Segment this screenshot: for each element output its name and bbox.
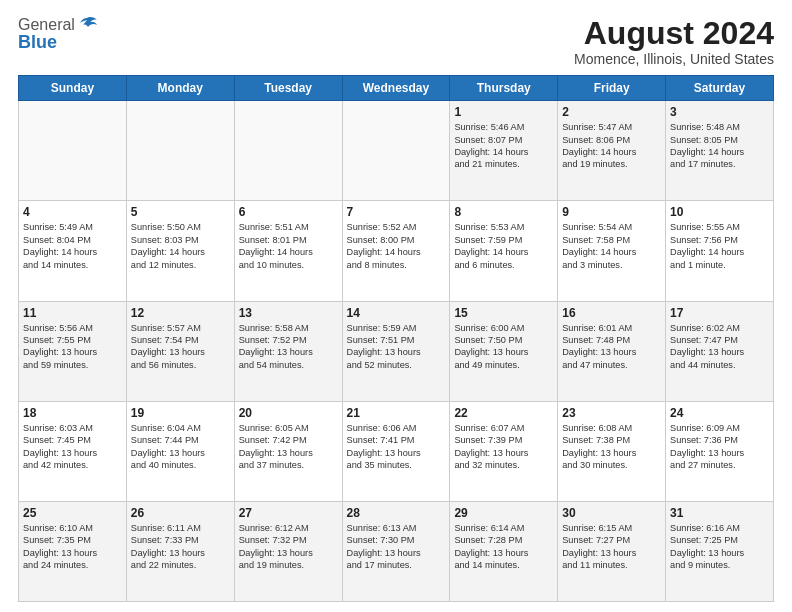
day-info: Sunrise: 6:02 AM Sunset: 7:47 PM Dayligh… — [670, 322, 769, 372]
title-area: August 2024 Momence, Illinois, United St… — [574, 16, 774, 67]
calendar-day-header: Thursday — [450, 76, 558, 101]
day-info: Sunrise: 5:58 AM Sunset: 7:52 PM Dayligh… — [239, 322, 338, 372]
table-row: 26Sunrise: 6:11 AM Sunset: 7:33 PM Dayli… — [126, 501, 234, 601]
table-row: 28Sunrise: 6:13 AM Sunset: 7:30 PM Dayli… — [342, 501, 450, 601]
table-row — [234, 101, 342, 201]
logo: General Blue — [18, 16, 97, 53]
table-row: 13Sunrise: 5:58 AM Sunset: 7:52 PM Dayli… — [234, 301, 342, 401]
day-number: 13 — [239, 306, 338, 320]
day-number: 8 — [454, 205, 553, 219]
page: General Blue August 2024 Momence, Illino… — [0, 0, 792, 612]
day-number: 16 — [562, 306, 661, 320]
day-number: 19 — [131, 406, 230, 420]
day-info: Sunrise: 6:09 AM Sunset: 7:36 PM Dayligh… — [670, 422, 769, 472]
table-row: 15Sunrise: 6:00 AM Sunset: 7:50 PM Dayli… — [450, 301, 558, 401]
calendar-day-header: Tuesday — [234, 76, 342, 101]
day-number: 1 — [454, 105, 553, 119]
table-row: 19Sunrise: 6:04 AM Sunset: 7:44 PM Dayli… — [126, 401, 234, 501]
calendar-title: August 2024 — [574, 16, 774, 51]
day-number: 4 — [23, 205, 122, 219]
day-info: Sunrise: 6:00 AM Sunset: 7:50 PM Dayligh… — [454, 322, 553, 372]
table-row: 7Sunrise: 5:52 AM Sunset: 8:00 PM Daylig… — [342, 201, 450, 301]
table-row: 9Sunrise: 5:54 AM Sunset: 7:58 PM Daylig… — [558, 201, 666, 301]
calendar-week-row: 18Sunrise: 6:03 AM Sunset: 7:45 PM Dayli… — [19, 401, 774, 501]
day-info: Sunrise: 5:52 AM Sunset: 8:00 PM Dayligh… — [347, 221, 446, 271]
day-info: Sunrise: 5:56 AM Sunset: 7:55 PM Dayligh… — [23, 322, 122, 372]
day-number: 30 — [562, 506, 661, 520]
calendar-day-header: Wednesday — [342, 76, 450, 101]
day-info: Sunrise: 6:16 AM Sunset: 7:25 PM Dayligh… — [670, 522, 769, 572]
table-row: 6Sunrise: 5:51 AM Sunset: 8:01 PM Daylig… — [234, 201, 342, 301]
calendar-table: SundayMondayTuesdayWednesdayThursdayFrid… — [18, 75, 774, 602]
day-number: 3 — [670, 105, 769, 119]
calendar-day-header: Sunday — [19, 76, 127, 101]
day-number: 10 — [670, 205, 769, 219]
day-info: Sunrise: 5:47 AM Sunset: 8:06 PM Dayligh… — [562, 121, 661, 171]
day-number: 2 — [562, 105, 661, 119]
day-number: 20 — [239, 406, 338, 420]
day-info: Sunrise: 5:48 AM Sunset: 8:05 PM Dayligh… — [670, 121, 769, 171]
day-info: Sunrise: 5:55 AM Sunset: 7:56 PM Dayligh… — [670, 221, 769, 271]
day-number: 9 — [562, 205, 661, 219]
calendar-week-row: 4Sunrise: 5:49 AM Sunset: 8:04 PM Daylig… — [19, 201, 774, 301]
table-row: 10Sunrise: 5:55 AM Sunset: 7:56 PM Dayli… — [666, 201, 774, 301]
table-row: 2Sunrise: 5:47 AM Sunset: 8:06 PM Daylig… — [558, 101, 666, 201]
day-number: 21 — [347, 406, 446, 420]
day-number: 25 — [23, 506, 122, 520]
day-number: 14 — [347, 306, 446, 320]
table-row: 14Sunrise: 5:59 AM Sunset: 7:51 PM Dayli… — [342, 301, 450, 401]
day-info: Sunrise: 5:49 AM Sunset: 8:04 PM Dayligh… — [23, 221, 122, 271]
day-info: Sunrise: 6:15 AM Sunset: 7:27 PM Dayligh… — [562, 522, 661, 572]
calendar-week-row: 25Sunrise: 6:10 AM Sunset: 7:35 PM Dayli… — [19, 501, 774, 601]
table-row: 22Sunrise: 6:07 AM Sunset: 7:39 PM Dayli… — [450, 401, 558, 501]
calendar-header-row: SundayMondayTuesdayWednesdayThursdayFrid… — [19, 76, 774, 101]
day-info: Sunrise: 6:07 AM Sunset: 7:39 PM Dayligh… — [454, 422, 553, 472]
day-info: Sunrise: 5:59 AM Sunset: 7:51 PM Dayligh… — [347, 322, 446, 372]
table-row: 1Sunrise: 5:46 AM Sunset: 8:07 PM Daylig… — [450, 101, 558, 201]
table-row — [126, 101, 234, 201]
table-row: 11Sunrise: 5:56 AM Sunset: 7:55 PM Dayli… — [19, 301, 127, 401]
table-row: 8Sunrise: 5:53 AM Sunset: 7:59 PM Daylig… — [450, 201, 558, 301]
calendar-week-row: 11Sunrise: 5:56 AM Sunset: 7:55 PM Dayli… — [19, 301, 774, 401]
day-info: Sunrise: 6:05 AM Sunset: 7:42 PM Dayligh… — [239, 422, 338, 472]
day-number: 15 — [454, 306, 553, 320]
calendar-subtitle: Momence, Illinois, United States — [574, 51, 774, 67]
table-row: 21Sunrise: 6:06 AM Sunset: 7:41 PM Dayli… — [342, 401, 450, 501]
day-info: Sunrise: 6:13 AM Sunset: 7:30 PM Dayligh… — [347, 522, 446, 572]
calendar-day-header: Friday — [558, 76, 666, 101]
calendar-day-header: Monday — [126, 76, 234, 101]
header: General Blue August 2024 Momence, Illino… — [18, 16, 774, 67]
table-row: 5Sunrise: 5:50 AM Sunset: 8:03 PM Daylig… — [126, 201, 234, 301]
day-info: Sunrise: 5:51 AM Sunset: 8:01 PM Dayligh… — [239, 221, 338, 271]
day-info: Sunrise: 5:50 AM Sunset: 8:03 PM Dayligh… — [131, 221, 230, 271]
day-number: 11 — [23, 306, 122, 320]
table-row — [342, 101, 450, 201]
day-number: 27 — [239, 506, 338, 520]
day-number: 7 — [347, 205, 446, 219]
day-number: 26 — [131, 506, 230, 520]
day-info: Sunrise: 6:12 AM Sunset: 7:32 PM Dayligh… — [239, 522, 338, 572]
calendar-day-header: Saturday — [666, 76, 774, 101]
day-info: Sunrise: 6:01 AM Sunset: 7:48 PM Dayligh… — [562, 322, 661, 372]
day-number: 12 — [131, 306, 230, 320]
table-row: 3Sunrise: 5:48 AM Sunset: 8:05 PM Daylig… — [666, 101, 774, 201]
day-info: Sunrise: 6:03 AM Sunset: 7:45 PM Dayligh… — [23, 422, 122, 472]
day-info: Sunrise: 5:54 AM Sunset: 7:58 PM Dayligh… — [562, 221, 661, 271]
day-info: Sunrise: 5:46 AM Sunset: 8:07 PM Dayligh… — [454, 121, 553, 171]
table-row: 16Sunrise: 6:01 AM Sunset: 7:48 PM Dayli… — [558, 301, 666, 401]
day-info: Sunrise: 5:57 AM Sunset: 7:54 PM Dayligh… — [131, 322, 230, 372]
table-row: 24Sunrise: 6:09 AM Sunset: 7:36 PM Dayli… — [666, 401, 774, 501]
table-row: 29Sunrise: 6:14 AM Sunset: 7:28 PM Dayli… — [450, 501, 558, 601]
calendar-week-row: 1Sunrise: 5:46 AM Sunset: 8:07 PM Daylig… — [19, 101, 774, 201]
day-info: Sunrise: 6:04 AM Sunset: 7:44 PM Dayligh… — [131, 422, 230, 472]
table-row: 18Sunrise: 6:03 AM Sunset: 7:45 PM Dayli… — [19, 401, 127, 501]
day-info: Sunrise: 6:14 AM Sunset: 7:28 PM Dayligh… — [454, 522, 553, 572]
table-row: 30Sunrise: 6:15 AM Sunset: 7:27 PM Dayli… — [558, 501, 666, 601]
logo-bird-icon — [77, 16, 97, 32]
table-row: 17Sunrise: 6:02 AM Sunset: 7:47 PM Dayli… — [666, 301, 774, 401]
day-number: 18 — [23, 406, 122, 420]
day-number: 28 — [347, 506, 446, 520]
table-row: 20Sunrise: 6:05 AM Sunset: 7:42 PM Dayli… — [234, 401, 342, 501]
day-info: Sunrise: 5:53 AM Sunset: 7:59 PM Dayligh… — [454, 221, 553, 271]
day-number: 5 — [131, 205, 230, 219]
